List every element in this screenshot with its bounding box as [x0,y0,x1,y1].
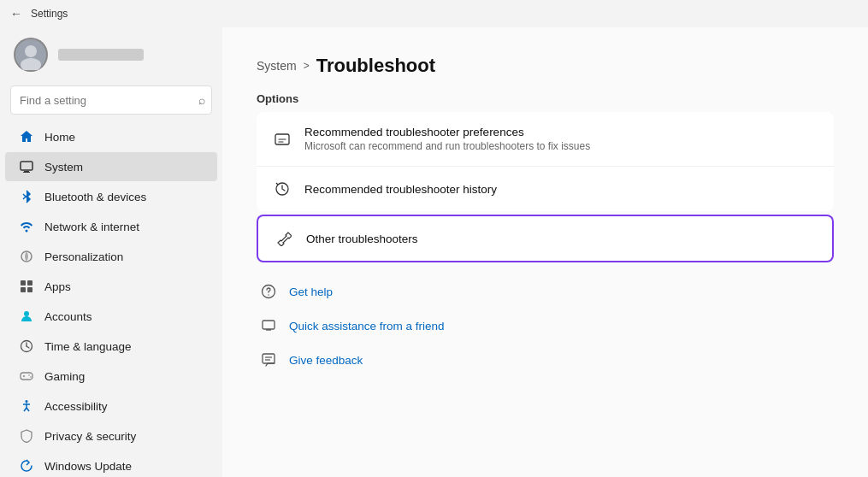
recommended-history-title: Recommended troubleshooter history [304,183,817,196]
get-help-item[interactable]: Get help [257,276,834,307]
system-icon [19,159,34,174]
sidebar-item-privacy[interactable]: Privacy & security [5,421,217,450]
give-feedback-icon [260,351,277,368]
search-icon: ⌕ [198,93,205,107]
user-profile [0,27,222,85]
recommended-prefs-text: Recommended troubleshooter preferences M… [304,126,817,152]
breadcrumb-parent: System [257,59,297,73]
page-title: Troubleshoot [316,55,435,77]
recommended-history-row[interactable]: Recommended troubleshooter history [257,167,834,211]
main-layout: ⌕ Home [0,27,868,477]
quick-assist-label: Quick assistance from a friend [289,320,445,333]
standalone-items: Get help Quick assistance from a friend [257,276,834,375]
get-help-label: Get help [289,286,333,298]
svg-point-21 [28,374,30,376]
other-troubleshooters-row[interactable]: Other troubleshooters [257,215,834,262]
personalization-icon [19,249,34,264]
sidebar-item-gaming[interactable]: Gaming [5,362,217,391]
sidebar-item-update[interactable]: Windows Update [5,451,217,477]
sidebar-item-gaming-label: Gaming [44,370,85,383]
svg-rect-18 [21,373,32,380]
sidebar-item-update-label: Windows Update [44,460,132,473]
recommended-prefs-icon [274,131,291,148]
quick-assist-icon [260,317,277,334]
options-section-label: Options [257,92,834,105]
svg-rect-12 [21,287,26,292]
back-button[interactable]: ← [10,7,22,21]
svg-rect-32 [263,321,275,329]
recommended-history-icon [274,180,291,197]
sidebar-item-time-label: Time & language [44,340,132,353]
breadcrumb-arrow: > [304,60,310,72]
home-icon [19,129,34,144]
svg-rect-10 [21,280,26,286]
breadcrumb: System > Troubleshoot [257,55,834,77]
avatar [14,38,48,72]
svg-rect-11 [27,280,32,286]
give-feedback-item[interactable]: Give feedback [257,344,834,375]
svg-point-14 [24,311,29,316]
sidebar-item-accounts-label: Accounts [44,310,92,323]
apps-icon [19,279,34,294]
sidebar-item-accessibility[interactable]: Accessibility [5,392,217,421]
sidebar-item-accessibility-label: Accessibility [44,400,108,413]
search-box: ⌕ [10,85,212,115]
svg-line-27 [27,408,29,411]
recommended-history-text: Recommended troubleshooter history [304,183,817,196]
svg-rect-3 [21,162,32,170]
sidebar-item-system-label: System [44,161,83,174]
update-icon [19,458,34,474]
window-title: Settings [31,8,68,20]
recommended-prefs-desc: Microsoft can recommend and run troubles… [304,140,817,152]
svg-rect-35 [263,354,275,363]
sidebar-item-network-label: Network & internet [44,221,139,233]
bluetooth-icon [19,189,34,204]
sidebar-item-bluetooth-label: Bluetooth & devices [44,191,146,203]
recommended-prefs-row[interactable]: Recommended troubleshooter preferences M… [257,112,834,167]
sidebar-item-apps[interactable]: Apps [5,272,217,301]
svg-rect-13 [27,287,32,292]
other-troubleshooters-icon [275,230,292,247]
sidebar-item-home-label: Home [44,131,75,144]
network-icon [19,219,34,234]
svg-point-23 [26,400,28,403]
sidebar-item-accounts[interactable]: Accounts [5,302,217,331]
recommended-prefs-title: Recommended troubleshooter preferences [304,126,817,138]
svg-point-1 [25,45,37,57]
options-card: Recommended troubleshooter preferences M… [257,112,834,211]
svg-point-8 [26,230,28,233]
content-area: System > Troubleshoot Options Recommende… [222,27,868,477]
sidebar: ⌕ Home [0,27,222,477]
svg-point-31 [268,294,269,295]
give-feedback-label: Give feedback [289,354,363,367]
other-troubleshooters-title: Other troubleshooters [306,233,815,245]
sidebar-item-apps-label: Apps [44,280,71,293]
get-help-icon [260,283,277,300]
privacy-icon [19,428,34,444]
gaming-icon [19,368,34,384]
sidebar-item-network[interactable]: Network & internet [5,212,217,241]
accessibility-icon [19,398,34,414]
sidebar-item-system[interactable]: System [5,152,217,181]
other-troubleshooters-text: Other troubleshooters [306,233,815,245]
sidebar-item-home[interactable]: Home [5,122,217,151]
user-name [58,49,144,61]
svg-point-22 [30,376,32,378]
quick-assist-item[interactable]: Quick assistance from a friend [257,310,834,341]
time-icon [19,339,34,354]
sidebar-item-time[interactable]: Time & language [5,332,217,361]
sidebar-item-personalization[interactable]: Personalization [5,242,217,271]
sidebar-item-bluetooth[interactable]: Bluetooth & devices [5,182,217,211]
accounts-icon [19,309,34,324]
svg-rect-5 [23,172,30,173]
sidebar-item-privacy-label: Privacy & security [44,430,136,443]
svg-line-17 [27,346,29,348]
sidebar-item-personalization-label: Personalization [44,250,123,263]
sidebar-nav: Home System [0,121,222,477]
title-bar: ← Settings [0,0,868,27]
search-input[interactable] [10,85,212,115]
